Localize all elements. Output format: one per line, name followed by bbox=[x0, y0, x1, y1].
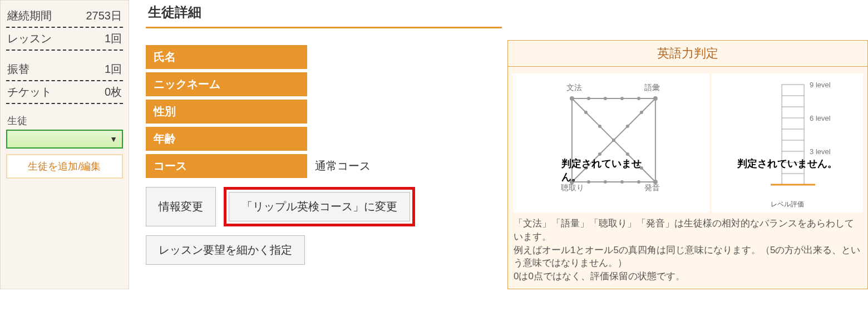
stat-group-a: 継続期間 2753日 レッスン 1回 bbox=[6, 5, 123, 51]
stat-label: 継続期間 bbox=[7, 8, 52, 23]
detail-value bbox=[307, 72, 502, 96]
svg-point-21 bbox=[626, 125, 629, 128]
level-tick-3: 3 level bbox=[810, 147, 831, 156]
stat-value: 1回 bbox=[105, 31, 122, 46]
detail-label: ニックネーム bbox=[146, 72, 307, 96]
svg-point-16 bbox=[598, 125, 601, 128]
svg-point-18 bbox=[626, 152, 629, 156]
stat-row: 継続期間 2753日 bbox=[6, 5, 123, 28]
stat-row: レッスン 1回 bbox=[6, 28, 123, 51]
explain-line: 0は0点ではなく、評価保留の状態です。 bbox=[514, 270, 862, 283]
explanation-text: 「文法」「語量」「聴取り」「発音」は生徒様の相対的なバランスをあらわしています。… bbox=[508, 215, 867, 285]
level-tick-6: 6 level bbox=[810, 114, 831, 122]
detail-table: 氏名 ニックネーム 性別 年齢 コース 通常コース bbox=[146, 45, 502, 178]
detail-value bbox=[307, 100, 502, 124]
highlight-box: 「リップル英検コース」に変更 bbox=[224, 187, 415, 226]
axis-label-grammar: 文法 bbox=[566, 83, 582, 92]
main: 生徒詳細 氏名 ニックネーム 性別 年齢 bbox=[129, 0, 868, 289]
add-student-button[interactable]: 生徒を追加/編集 bbox=[6, 154, 123, 179]
svg-point-4 bbox=[587, 97, 590, 100]
detail-row-name: 氏名 bbox=[146, 45, 502, 69]
svg-point-22 bbox=[598, 152, 601, 156]
level-caption: レベル評価 bbox=[771, 200, 804, 209]
stat-row: チケット 0枚 bbox=[6, 81, 123, 104]
level-tick-9: 9 level bbox=[810, 81, 831, 89]
stat-value: 2753日 bbox=[86, 8, 122, 23]
detail-label: 氏名 bbox=[146, 45, 307, 69]
detail-row-course: コース 通常コース bbox=[146, 154, 502, 178]
stat-label: チケット bbox=[7, 85, 52, 100]
student-section: 生徒 ▼ 生徒を追加/編集 bbox=[6, 112, 123, 179]
stat-value: 1回 bbox=[105, 62, 122, 77]
detail-value: 通常コース bbox=[307, 154, 502, 178]
svg-point-3 bbox=[570, 96, 574, 101]
detail-value bbox=[307, 45, 502, 69]
svg-point-17 bbox=[612, 139, 615, 142]
student-select-label: 生徒 bbox=[6, 112, 123, 130]
level-chart: 9 level 6 level 3 level 判定されていません。 レベル評価 bbox=[712, 73, 863, 213]
balance-chart: 文法 語彙 聴取り 発音 bbox=[512, 73, 709, 213]
detail-row-gender: 性別 bbox=[146, 100, 502, 124]
svg-point-5 bbox=[604, 97, 607, 100]
svg-point-20 bbox=[640, 111, 643, 114]
detail-row-nickname: ニックネーム bbox=[146, 72, 502, 96]
stat-label: レッスン bbox=[7, 31, 52, 46]
sidebar: 継続期間 2753日 レッスン 1回 振替 1回 チケット 0枚 生徒 bbox=[0, 0, 129, 289]
axis-label-listening: 聴取り bbox=[561, 183, 584, 192]
student-select[interactable] bbox=[6, 130, 123, 149]
svg-point-15 bbox=[584, 111, 588, 114]
stat-value: 0枚 bbox=[105, 85, 122, 100]
change-course-button[interactable]: 「リップル英検コース」に変更 bbox=[229, 192, 410, 221]
axis-label-pronunciation: 発音 bbox=[644, 183, 660, 192]
svg-point-7 bbox=[637, 97, 640, 100]
svg-point-8 bbox=[653, 96, 658, 101]
stat-row: 振替 1回 bbox=[6, 58, 123, 81]
explain-line: 「文法」「語量」「聴取り」「発音」は生徒様の相対的なバランスをあらわしています。 bbox=[514, 217, 862, 244]
panel-title: 英語力判定 bbox=[508, 41, 867, 67]
stat-group-b: 振替 1回 チケット 0枚 bbox=[6, 58, 123, 104]
lesson-request-button[interactable]: レッスン要望を細かく指定 bbox=[146, 235, 305, 265]
detail-label: 性別 bbox=[146, 100, 307, 124]
page-title: 生徒詳細 bbox=[146, 0, 502, 28]
english-assessment-panel: 英語力判定 文法 語彙 聴取り 発音 bbox=[507, 40, 868, 289]
detail-label: コース bbox=[146, 154, 307, 178]
change-info-button[interactable]: 情報変更 bbox=[146, 187, 216, 226]
detail-label: 年齢 bbox=[146, 127, 307, 151]
axis-label-vocabulary: 語彙 bbox=[644, 83, 660, 92]
stat-label: 振替 bbox=[7, 62, 29, 77]
unjudged-text: 判定されていません。 bbox=[561, 157, 660, 184]
svg-point-6 bbox=[620, 97, 624, 100]
detail-row-age: 年齢 bbox=[146, 127, 502, 151]
detail-value bbox=[307, 127, 502, 151]
unjudged-text: 判定されていません。 bbox=[737, 157, 837, 170]
explain-line: 例えばオール1とオール5の真四角は同じ意味になります。（5の方が出来る、という意… bbox=[514, 244, 862, 270]
